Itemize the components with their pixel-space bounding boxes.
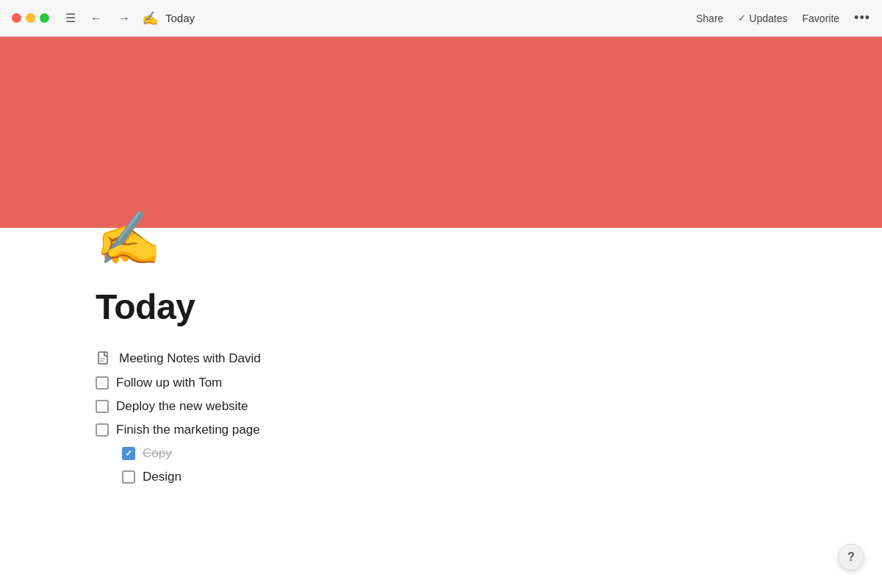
item-text: Deploy the new website — [116, 399, 248, 414]
list-item[interactable]: Meeting Notes with David — [96, 351, 786, 367]
checkbox[interactable] — [96, 423, 109, 437]
main-content: ✍️ Today Meeting Notes with David — [0, 37, 882, 588]
list-items: Meeting Notes with David Follow up with … — [96, 351, 786, 484]
updates-label: Updates — [749, 12, 787, 24]
help-label: ? — [847, 551, 855, 564]
list-item[interactable]: Finish the marketing page — [96, 423, 786, 437]
share-button[interactable]: Share — [696, 12, 723, 24]
page-icon[interactable]: ✍️ — [96, 212, 162, 265]
more-label: ••• — [854, 10, 870, 26]
page-title: Today — [96, 287, 786, 327]
checkbox[interactable] — [96, 400, 109, 413]
list-item-sub[interactable]: Copy — [96, 446, 786, 461]
favorite-label: Favorite — [803, 12, 840, 24]
traffic-light-close[interactable] — [12, 13, 21, 23]
checkbox-checked[interactable] — [122, 447, 135, 460]
item-text-strikethrough: Copy — [143, 446, 172, 461]
item-text: Follow up with Tom — [116, 376, 222, 390]
titlebar-right: Share ✓ Updates Favorite ••• — [696, 10, 870, 26]
checkbox[interactable] — [96, 376, 109, 390]
help-button[interactable]: ? — [838, 544, 864, 570]
titlebar: ☰ ← → ✍️ Today Share ✓ Updates Favorite … — [0, 0, 882, 37]
forward-button[interactable]: → — [114, 9, 135, 28]
content-area: Today Meeting Notes with David Follow up — [0, 228, 882, 514]
list-item-sub[interactable]: Design — [96, 470, 786, 484]
back-button[interactable]: ← — [86, 9, 107, 28]
menu-icon[interactable]: ☰ — [62, 8, 79, 28]
item-text: Finish the marketing page — [116, 423, 260, 437]
traffic-lights — [12, 13, 49, 23]
updates-button[interactable]: ✓ Updates — [738, 12, 787, 24]
cover-image: ✍️ — [0, 37, 882, 228]
favorite-button[interactable]: Favorite — [803, 12, 840, 24]
more-button[interactable]: ••• — [854, 10, 870, 26]
document-icon — [96, 351, 112, 367]
checkbox[interactable] — [122, 470, 135, 484]
checkmark-icon: ✓ — [738, 12, 746, 24]
item-text: Meeting Notes with David — [119, 351, 261, 366]
nav-page-title: Today — [165, 12, 195, 24]
item-text: Design — [143, 470, 182, 484]
titlebar-left: ☰ ← → ✍️ Today — [12, 8, 195, 28]
traffic-light-maximize[interactable] — [40, 13, 49, 23]
list-item[interactable]: Follow up with Tom — [96, 376, 786, 390]
svg-rect-0 — [98, 352, 107, 364]
share-label: Share — [696, 12, 723, 24]
traffic-light-minimize[interactable] — [26, 13, 35, 23]
nav-page-icon: ✍️ — [142, 10, 158, 26]
list-item[interactable]: Deploy the new website — [96, 399, 786, 414]
